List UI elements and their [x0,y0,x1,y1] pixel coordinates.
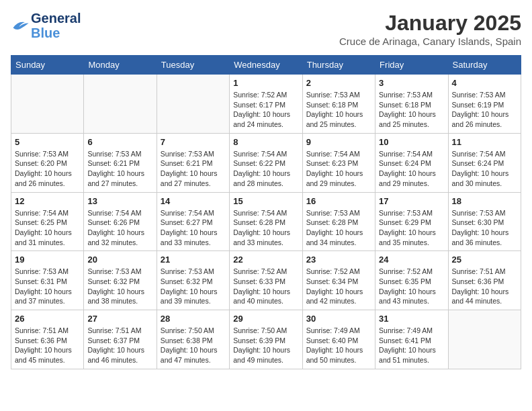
calendar-header-row: SundayMondayTuesdayWednesdayThursdayFrid… [11,56,521,75]
calendar-cell: 1Sunrise: 7:52 AMSunset: 6:17 PMDaylight… [230,75,302,134]
day-number: 24 [379,255,444,265]
day-info: Sunrise: 7:54 AMSunset: 6:23 PMDaylight:… [306,149,371,189]
day-info: Sunrise: 7:53 AMSunset: 6:28 PMDaylight:… [306,208,371,248]
calendar-cell: 27Sunrise: 7:51 AMSunset: 6:37 PMDayligh… [84,310,157,369]
day-number: 13 [87,196,152,206]
day-number: 9 [306,137,371,147]
header-monday: Monday [84,56,157,75]
calendar-cell: 13Sunrise: 7:54 AMSunset: 6:26 PMDayligh… [84,192,157,251]
day-number: 26 [15,314,80,324]
calendar-cell: 26Sunrise: 7:51 AMSunset: 6:36 PMDayligh… [11,310,84,369]
calendar-cell: 31Sunrise: 7:49 AMSunset: 6:41 PMDayligh… [375,310,448,369]
day-number: 27 [87,314,152,324]
calendar-cell: 6Sunrise: 7:53 AMSunset: 6:21 PMDaylight… [84,133,157,192]
day-number: 4 [452,78,517,88]
calendar-cell: 30Sunrise: 7:49 AMSunset: 6:40 PMDayligh… [302,310,375,369]
calendar-cell: 21Sunrise: 7:53 AMSunset: 6:32 PMDayligh… [157,251,229,310]
day-info: Sunrise: 7:50 AMSunset: 6:39 PMDaylight:… [233,326,298,365]
logo-icon [11,18,30,33]
header-friday: Friday [375,56,448,75]
day-number: 5 [15,137,80,147]
day-number: 18 [452,196,517,206]
header-sunday: Sunday [11,56,84,75]
day-number: 19 [15,255,80,265]
day-number: 28 [161,314,226,324]
calendar-cell: 29Sunrise: 7:50 AMSunset: 6:39 PMDayligh… [230,310,302,369]
calendar-cell: 22Sunrise: 7:52 AMSunset: 6:33 PMDayligh… [230,251,302,310]
day-number: 22 [233,255,298,265]
day-number: 16 [306,196,371,206]
day-info: Sunrise: 7:54 AMSunset: 6:25 PMDaylight:… [15,208,80,248]
calendar-cell [157,75,229,134]
day-number: 20 [87,255,152,265]
calendar-cell: 12Sunrise: 7:54 AMSunset: 6:25 PMDayligh… [11,192,84,251]
day-info: Sunrise: 7:53 AMSunset: 6:29 PMDaylight:… [379,208,444,248]
day-number: 15 [233,196,298,206]
day-number: 1 [233,78,298,88]
day-info: Sunrise: 7:54 AMSunset: 6:24 PMDaylight:… [379,149,444,189]
day-number: 31 [379,314,444,324]
day-info: Sunrise: 7:53 AMSunset: 6:20 PMDaylight:… [15,149,80,189]
day-info: Sunrise: 7:51 AMSunset: 6:36 PMDaylight:… [15,326,80,365]
day-info: Sunrise: 7:52 AMSunset: 6:33 PMDaylight:… [233,267,298,306]
calendar-cell: 2Sunrise: 7:53 AMSunset: 6:18 PMDaylight… [302,75,375,134]
day-number: 6 [87,137,152,147]
day-number: 10 [379,137,444,147]
calendar-cell: 9Sunrise: 7:54 AMSunset: 6:23 PMDaylight… [302,133,375,192]
day-number: 30 [306,314,371,324]
location-subtitle: Cruce de Arinaga, Canary Islands, Spain [339,36,521,47]
month-title: January 2025 [339,11,521,36]
logo: General Blue [11,11,81,40]
calendar-cell: 24Sunrise: 7:52 AMSunset: 6:35 PMDayligh… [375,251,448,310]
week-row-5: 26Sunrise: 7:51 AMSunset: 6:36 PMDayligh… [11,310,521,369]
day-info: Sunrise: 7:54 AMSunset: 6:28 PMDaylight:… [233,208,298,248]
day-number: 7 [161,137,226,147]
calendar-cell [11,75,84,134]
week-row-1: 1Sunrise: 7:52 AMSunset: 6:17 PMDaylight… [11,75,521,134]
calendar-cell: 15Sunrise: 7:54 AMSunset: 6:28 PMDayligh… [230,192,302,251]
calendar-table: SundayMondayTuesdayWednesdayThursdayFrid… [11,55,521,369]
day-info: Sunrise: 7:54 AMSunset: 6:22 PMDaylight:… [233,149,298,189]
calendar-cell [448,310,521,369]
header-thursday: Thursday [302,56,375,75]
calendar-cell: 4Sunrise: 7:53 AMSunset: 6:19 PMDaylight… [448,75,521,134]
calendar-cell: 28Sunrise: 7:50 AMSunset: 6:38 PMDayligh… [157,310,229,369]
logo-text: General Blue [31,11,81,40]
calendar-cell: 19Sunrise: 7:53 AMSunset: 6:31 PMDayligh… [11,251,84,310]
header-saturday: Saturday [448,56,521,75]
calendar-cell: 3Sunrise: 7:53 AMSunset: 6:18 PMDaylight… [375,75,448,134]
day-info: Sunrise: 7:51 AMSunset: 6:36 PMDaylight:… [452,267,517,306]
calendar-cell: 23Sunrise: 7:52 AMSunset: 6:34 PMDayligh… [302,251,375,310]
calendar-cell: 18Sunrise: 7:53 AMSunset: 6:30 PMDayligh… [448,192,521,251]
day-info: Sunrise: 7:53 AMSunset: 6:32 PMDaylight:… [87,267,152,306]
day-info: Sunrise: 7:53 AMSunset: 6:21 PMDaylight:… [161,149,226,189]
day-info: Sunrise: 7:54 AMSunset: 6:24 PMDaylight:… [452,149,517,189]
day-info: Sunrise: 7:53 AMSunset: 6:19 PMDaylight:… [452,90,517,130]
day-info: Sunrise: 7:51 AMSunset: 6:37 PMDaylight:… [87,326,152,365]
calendar-cell [84,75,157,134]
header-tuesday: Tuesday [157,56,229,75]
title-block: January 2025 Cruce de Arinaga, Canary Is… [339,11,521,47]
day-info: Sunrise: 7:53 AMSunset: 6:18 PMDaylight:… [379,90,444,130]
day-info: Sunrise: 7:49 AMSunset: 6:40 PMDaylight:… [306,326,371,365]
day-number: 11 [452,137,517,147]
day-number: 17 [379,196,444,206]
calendar-cell: 25Sunrise: 7:51 AMSunset: 6:36 PMDayligh… [448,251,521,310]
page-header: General Blue January 2025 Cruce de Arina… [11,11,521,47]
day-number: 8 [233,137,298,147]
day-number: 3 [379,78,444,88]
day-number: 14 [161,196,226,206]
week-row-4: 19Sunrise: 7:53 AMSunset: 6:31 PMDayligh… [11,251,521,310]
day-number: 23 [306,255,371,265]
day-info: Sunrise: 7:53 AMSunset: 6:21 PMDaylight:… [87,149,152,189]
day-number: 12 [15,196,80,206]
day-info: Sunrise: 7:53 AMSunset: 6:30 PMDaylight:… [452,208,517,248]
calendar-cell: 14Sunrise: 7:54 AMSunset: 6:27 PMDayligh… [157,192,229,251]
day-info: Sunrise: 7:54 AMSunset: 6:27 PMDaylight:… [161,208,226,248]
day-info: Sunrise: 7:53 AMSunset: 6:18 PMDaylight:… [306,90,371,130]
day-info: Sunrise: 7:53 AMSunset: 6:31 PMDaylight:… [15,267,80,306]
day-number: 25 [452,255,517,265]
day-info: Sunrise: 7:52 AMSunset: 6:34 PMDaylight:… [306,267,371,306]
calendar-cell: 17Sunrise: 7:53 AMSunset: 6:29 PMDayligh… [375,192,448,251]
day-info: Sunrise: 7:52 AMSunset: 6:35 PMDaylight:… [379,267,444,306]
